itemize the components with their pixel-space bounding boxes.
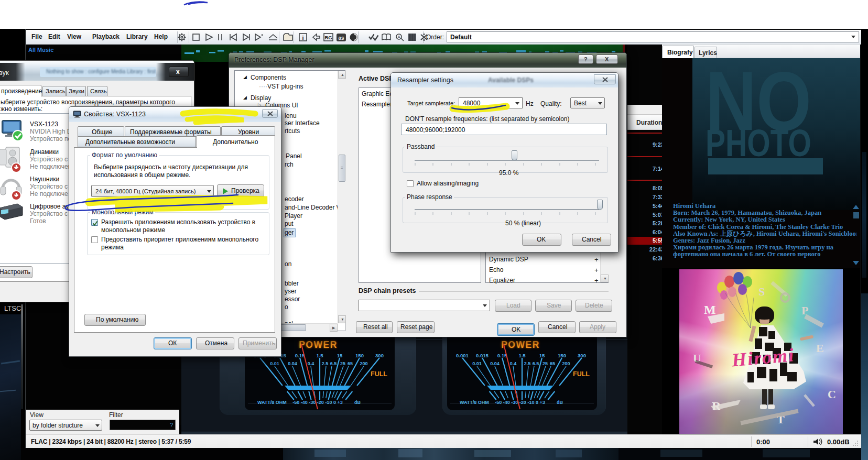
svg-text:A: A (398, 35, 400, 39)
svg-text:as: as (338, 35, 344, 41)
svg-text:i: i (302, 35, 303, 41)
svg-text:PHOTO: PHOTO (706, 122, 811, 164)
svg-text:RG: RG (324, 35, 332, 40)
